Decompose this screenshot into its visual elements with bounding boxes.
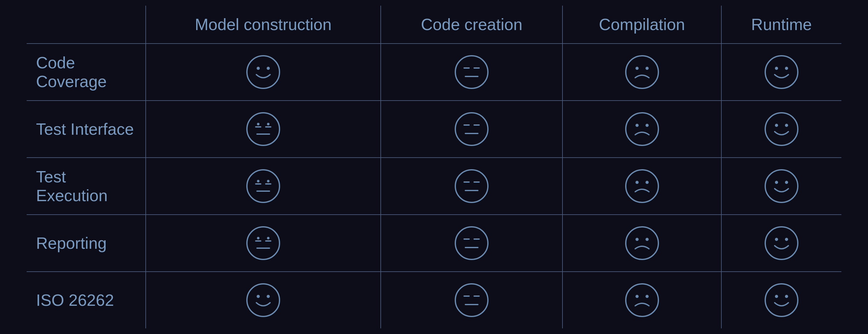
header-compilation: Compilation — [562, 6, 721, 43]
face-cell — [381, 100, 562, 158]
svg-point-7 — [626, 56, 658, 88]
svg-point-10 — [765, 56, 798, 88]
svg-point-44 — [785, 181, 788, 184]
svg-point-46 — [257, 237, 259, 239]
svg-point-73 — [785, 295, 788, 298]
svg-point-14 — [257, 123, 259, 125]
svg-point-29 — [247, 170, 280, 203]
table-row: Test Interface — [27, 100, 841, 158]
face-cell — [146, 272, 381, 328]
face-cell — [721, 158, 841, 215]
svg-point-30 — [257, 180, 259, 182]
svg-point-42 — [765, 170, 798, 203]
svg-point-19 — [455, 113, 488, 145]
row-label-test-execution: Test Execution — [27, 158, 146, 215]
header-row: Model construction Code creation Compila… — [27, 6, 841, 43]
svg-point-13 — [247, 113, 280, 145]
svg-point-11 — [775, 67, 778, 70]
svg-point-57 — [646, 238, 649, 241]
face-cell — [381, 215, 562, 272]
svg-point-51 — [455, 227, 488, 260]
svg-point-25 — [646, 124, 649, 127]
svg-point-24 — [636, 124, 639, 127]
svg-point-61 — [247, 284, 280, 316]
face-cell — [381, 43, 562, 100]
face-cell — [146, 100, 381, 158]
svg-point-71 — [765, 284, 798, 316]
svg-point-69 — [636, 295, 639, 298]
svg-point-47 — [267, 237, 270, 239]
svg-point-28 — [785, 124, 788, 127]
svg-point-15 — [267, 123, 270, 125]
svg-point-72 — [775, 295, 778, 298]
svg-point-63 — [267, 295, 270, 298]
svg-point-1 — [257, 67, 260, 70]
face-cell — [721, 100, 841, 158]
header-empty — [27, 6, 146, 43]
svg-point-23 — [626, 113, 658, 145]
face-cell — [146, 43, 381, 100]
row-label-test-interface: Test Interface — [27, 100, 146, 158]
row-label-code-coverage: Code Coverage — [27, 43, 146, 100]
svg-point-58 — [765, 227, 798, 260]
face-cell — [562, 43, 721, 100]
svg-point-27 — [775, 124, 778, 127]
svg-point-26 — [765, 113, 798, 145]
svg-point-56 — [636, 238, 639, 241]
face-cell — [562, 272, 721, 328]
svg-point-59 — [775, 238, 778, 241]
face-cell — [146, 158, 381, 215]
svg-point-40 — [636, 181, 639, 184]
svg-point-70 — [646, 295, 649, 298]
svg-point-12 — [785, 67, 788, 70]
svg-point-60 — [785, 238, 788, 241]
table-row: Code Coverage — [27, 43, 841, 100]
face-cell — [721, 43, 841, 100]
header-model-construction: Model construction — [146, 6, 381, 43]
svg-point-8 — [636, 67, 639, 70]
svg-point-2 — [267, 67, 270, 70]
table-row: Test Execution — [27, 158, 841, 215]
svg-point-68 — [626, 284, 658, 316]
face-cell — [562, 158, 721, 215]
face-cell — [146, 215, 381, 272]
comparison-table: Model construction Code creation Compila… — [27, 6, 841, 328]
svg-point-0 — [247, 56, 280, 88]
header-code-creation: Code creation — [381, 6, 562, 43]
face-cell — [721, 272, 841, 328]
svg-point-3 — [455, 56, 488, 88]
svg-point-39 — [626, 170, 658, 203]
main-container: Model construction Code creation Compila… — [0, 0, 868, 334]
svg-point-41 — [646, 181, 649, 184]
face-cell — [562, 100, 721, 158]
svg-point-43 — [775, 181, 778, 184]
svg-point-31 — [267, 180, 270, 182]
face-cell — [721, 215, 841, 272]
svg-point-62 — [257, 295, 260, 298]
svg-point-55 — [626, 227, 658, 260]
table-row: Reporting — [27, 215, 841, 272]
svg-point-64 — [455, 284, 488, 316]
face-cell — [381, 272, 562, 328]
svg-point-45 — [247, 227, 280, 260]
table-row: ISO 26262 — [27, 272, 841, 328]
row-label-reporting: Reporting — [27, 215, 146, 272]
row-label-iso-26262: ISO 26262 — [27, 272, 146, 328]
svg-point-9 — [646, 67, 649, 70]
header-runtime: Runtime — [721, 6, 841, 43]
face-cell — [381, 158, 562, 215]
face-cell — [562, 215, 721, 272]
svg-point-35 — [455, 170, 488, 203]
